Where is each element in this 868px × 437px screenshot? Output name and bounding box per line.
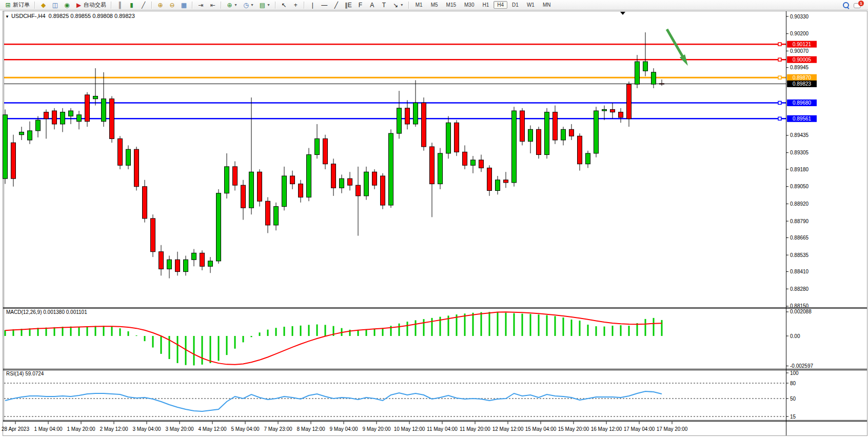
market-watch-button[interactable]: ◆ bbox=[38, 0, 49, 10]
rsi-indicator-label: RSI(14) 59.0724 bbox=[6, 371, 44, 376]
rsi-name: RSI(14) bbox=[6, 371, 24, 376]
navigator-button[interactable]: ◫ bbox=[50, 0, 61, 10]
svg-text:3 May 04:00: 3 May 04:00 bbox=[132, 426, 161, 432]
timeframe-button-h1[interactable]: H1 bbox=[479, 1, 492, 9]
chart-shift-icon: ⇤ bbox=[209, 1, 216, 9]
auto-trading-button-label: 自动交易 bbox=[84, 1, 106, 9]
line-handle[interactable] bbox=[778, 101, 781, 104]
text-icon: A bbox=[369, 1, 376, 9]
arrows-button[interactable]: ↘▼ bbox=[390, 0, 406, 10]
chat-icon[interactable]: 1 bbox=[854, 2, 863, 9]
auto-scroll-button[interactable]: ⇥ bbox=[195, 0, 206, 10]
svg-text:0.89945: 0.89945 bbox=[790, 65, 809, 70]
line-handle[interactable] bbox=[778, 117, 781, 120]
svg-text:0.89870: 0.89870 bbox=[793, 75, 812, 81]
chevron-down-icon[interactable]: ▼ bbox=[250, 3, 254, 7]
line-handle[interactable] bbox=[778, 43, 781, 46]
timeframe-button-m30[interactable]: M30 bbox=[461, 1, 478, 9]
svg-text:50: 50 bbox=[790, 396, 796, 402]
svg-text:0.89180: 0.89180 bbox=[790, 167, 809, 172]
equidistant-channel-button[interactable]: ∥E bbox=[343, 0, 354, 10]
svg-text:0.88790: 0.88790 bbox=[790, 218, 809, 224]
crosshair-button[interactable]: + bbox=[290, 0, 301, 10]
timeframe-button-d1[interactable]: D1 bbox=[508, 1, 522, 9]
vertical-line-icon: | bbox=[309, 1, 316, 9]
svg-text:9 May 20:00: 9 May 20:00 bbox=[362, 426, 390, 432]
cursor-button[interactable]: ↖ bbox=[279, 0, 289, 10]
zoom-out-button[interactable]: ⊖ bbox=[167, 0, 177, 10]
timeframe-button-m15[interactable]: M15 bbox=[443, 1, 460, 9]
chart-shift-button[interactable]: ⇤ bbox=[207, 0, 218, 10]
templates-button[interactable]: ▤▼ bbox=[257, 0, 272, 10]
tile-windows-button[interactable]: ▦ bbox=[179, 0, 189, 10]
terminal-button[interactable]: ◉ bbox=[62, 0, 72, 10]
timeframe-button-m1[interactable]: M1 bbox=[412, 1, 426, 9]
svg-text:16 May 12:00: 16 May 12:00 bbox=[591, 426, 622, 432]
svg-text:0.89823: 0.89823 bbox=[793, 81, 812, 87]
horizontal-line-icon: — bbox=[321, 1, 328, 9]
timeframe-button-m5[interactable]: M5 bbox=[427, 1, 442, 9]
chevron-down-icon[interactable]: ▼ bbox=[267, 3, 270, 7]
cursor-icon: ↖ bbox=[281, 1, 287, 9]
svg-text:8 May 12:00: 8 May 12:00 bbox=[297, 426, 325, 432]
bar-chart-icon: ║ bbox=[116, 1, 123, 9]
clock-icon: ◷ bbox=[243, 1, 249, 9]
vertical-line-button[interactable]: | bbox=[307, 0, 318, 10]
market-watch-icon: ◆ bbox=[40, 1, 47, 9]
new-order-button[interactable]: ⊞新订单 bbox=[3, 0, 32, 10]
svg-text:80: 80 bbox=[790, 381, 796, 386]
svg-text:0.89435: 0.89435 bbox=[790, 132, 809, 138]
timeframe-button-mn[interactable]: MN bbox=[539, 1, 555, 9]
text-button[interactable]: A bbox=[367, 0, 378, 10]
svg-text:17 May 20:00: 17 May 20:00 bbox=[657, 426, 688, 432]
collapse-chart-icon[interactable]: ▼ bbox=[5, 14, 9, 19]
bar-chart-button[interactable]: ║ bbox=[114, 0, 125, 10]
line-handle[interactable] bbox=[778, 58, 781, 61]
tile-windows-icon: ▦ bbox=[181, 1, 187, 9]
svg-text:11 May 20:00: 11 May 20:00 bbox=[460, 426, 490, 432]
svg-text:100: 100 bbox=[790, 370, 799, 376]
toolbar-separator bbox=[304, 2, 305, 9]
timeframe-button-h4[interactable]: H4 bbox=[494, 1, 507, 9]
line-chart-button[interactable]: ╱ bbox=[138, 0, 149, 10]
fibonacci-button[interactable]: F bbox=[355, 0, 366, 10]
svg-text:0.90200: 0.90200 bbox=[790, 31, 809, 36]
auto-trading-icon: ▶ bbox=[75, 1, 82, 9]
toolbar-separator bbox=[111, 2, 112, 9]
zoom-in-button[interactable]: ⊕ bbox=[155, 0, 166, 10]
chevron-down-icon[interactable]: ▼ bbox=[400, 3, 404, 7]
svg-text:0.89050: 0.89050 bbox=[790, 184, 809, 189]
svg-text:0.88535: 0.88535 bbox=[790, 252, 809, 258]
horizontal-line-button[interactable]: — bbox=[319, 0, 330, 10]
new-order-button-label: 新订单 bbox=[13, 1, 30, 9]
fibonacci-icon: F bbox=[357, 1, 364, 9]
svg-text:0.90121: 0.90121 bbox=[793, 42, 812, 47]
trendline-button[interactable]: ╱ bbox=[331, 0, 342, 10]
indicators-button[interactable]: ⊕▼ bbox=[224, 0, 240, 10]
svg-text:15 May 04:00: 15 May 04:00 bbox=[525, 426, 557, 432]
new-order-icon: ⊞ bbox=[5, 1, 11, 9]
timeframe-button-w1[interactable]: W1 bbox=[523, 1, 538, 9]
arrow-objects-icon: ↘ bbox=[392, 1, 399, 9]
rsi-value: 59.0724 bbox=[25, 371, 44, 376]
svg-text:15 May 20:00: 15 May 20:00 bbox=[558, 426, 589, 432]
template-icon: ▤ bbox=[259, 1, 266, 9]
text-label-button[interactable]: T bbox=[379, 0, 389, 10]
svg-text:1 May 20:00: 1 May 20:00 bbox=[67, 426, 95, 432]
auto-trading-button[interactable]: ▶自动交易 bbox=[73, 0, 108, 10]
chevron-down-icon[interactable]: ▼ bbox=[234, 3, 238, 7]
navigator-icon: ◫ bbox=[52, 1, 58, 9]
chart-window-frame bbox=[3, 11, 867, 436]
candlestick-chart-button[interactable]: ▮ bbox=[126, 0, 137, 10]
svg-text:7 May 23:00: 7 May 23:00 bbox=[264, 426, 292, 432]
trendline-icon: ╱ bbox=[333, 1, 340, 9]
svg-text:0.88150: 0.88150 bbox=[790, 303, 809, 309]
search-icon[interactable] bbox=[842, 2, 850, 9]
periods-button[interactable]: ◷▼ bbox=[241, 0, 256, 10]
signal-icon: ◉ bbox=[64, 1, 70, 9]
chart-canvas: 0.903300.902000.900700.899450.894350.893… bbox=[0, 0, 868, 437]
line-handle[interactable] bbox=[778, 76, 781, 79]
line-chart-icon: ╱ bbox=[140, 1, 147, 9]
svg-text:-0.002597: -0.002597 bbox=[790, 363, 813, 369]
toolbar-separator bbox=[151, 2, 152, 9]
